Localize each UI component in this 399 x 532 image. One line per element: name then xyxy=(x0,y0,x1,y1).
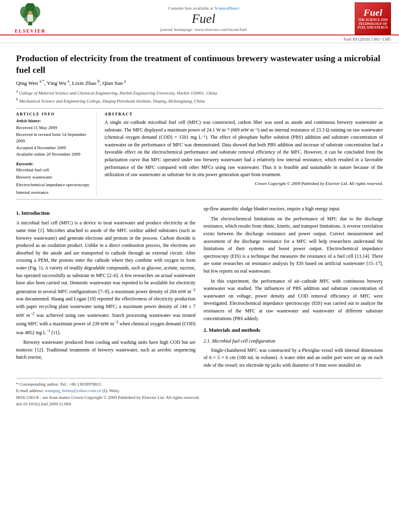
intro-para-2: Brewery wastewater produced from cooling… xyxy=(16,339,195,361)
revised-date: Received in revised form 14 September 20… xyxy=(16,131,90,144)
abstract-copyright: Crown Copyright © 2009 Published by Else… xyxy=(105,181,383,186)
keywords-label: Keywords: xyxy=(16,162,90,166)
email-link[interactable]: wenqing_hrbeu@yahoo.com.cn xyxy=(45,388,101,393)
methods-sub-heading: 2.1. Microbial fuel cell configuration xyxy=(204,337,383,345)
email-label: E-mail address: xyxy=(16,388,44,393)
body-col-right: up-flow anaerobic sludge blanket reactor… xyxy=(204,205,383,371)
keywords-list: Microbial fuel cell Brewery wastewater E… xyxy=(16,166,90,196)
intro-heading: 1. Introduction xyxy=(16,209,195,217)
sciencedirect-link[interactable]: ScienceDirect xyxy=(214,6,239,10)
fuel-logo-sub: THE SCIENCE ANDTECHNOLOGY OFFUEL AND ENE… xyxy=(358,18,388,30)
corresponding-author: * Corresponding author. Tel.: +86 130399… xyxy=(16,381,383,388)
authors-line: Qing Wen a,*, Ying Wu a, Lixin Zhao b, Q… xyxy=(16,79,383,86)
journal-title: Fuel xyxy=(52,11,355,26)
footnotes: * Corresponding author. Tel.: +86 130399… xyxy=(16,378,383,407)
keyword-4: Internal resistance xyxy=(16,189,90,196)
accepted-date: Accepted 4 November 2009 xyxy=(16,144,90,151)
abstract-text: A single air–cathode microbial fuel cell… xyxy=(105,119,383,179)
journal-header: ELSEVIER Contents lists available at Sci… xyxy=(0,0,399,35)
keyword-1: Microbial fuel cell xyxy=(16,166,90,174)
divider-1 xyxy=(16,108,383,109)
elsevier-logo: ELSEVIER xyxy=(8,3,52,34)
affiliations: a College of Material Science and Chemic… xyxy=(16,88,383,104)
journal-homepage: journal homepage: www.elsevier.com/locat… xyxy=(52,27,355,32)
article-info-heading: ARTICLE INFO xyxy=(16,112,90,116)
fuel-logo-box: Fuel THE SCIENCE ANDTECHNOLOGY OFFUEL AN… xyxy=(355,2,391,35)
history-label: Article history: xyxy=(16,119,90,123)
abstract-heading: ABSTRACT xyxy=(105,112,383,116)
svg-rect-5 xyxy=(27,14,33,22)
keyword-2: Brewery wastewater xyxy=(16,173,90,181)
right-para-1: up-flow anaerobic sludge blanket reactor… xyxy=(204,205,383,213)
paper-title: Production of electricity from the treat… xyxy=(16,53,383,76)
body-columns: 1. Introduction A microbial fuel cell (M… xyxy=(16,205,383,371)
keyword-3: Electrochemical impedance spectroscopy xyxy=(16,181,90,189)
methods-heading: 2. Materials and methods xyxy=(204,326,383,334)
intro-para-1: A microbial fuel cell (MFC) is a device … xyxy=(16,219,195,336)
citation-line: Fuel 89 (2010) 1381–1385 xyxy=(0,35,399,43)
issn-line: 0016-2361/$ - see front matter Crown Cop… xyxy=(16,394,383,401)
fuel-logo-text: Fuel xyxy=(364,7,383,18)
methods-para-1: Single-chambered MFC was constructed by … xyxy=(204,347,383,369)
online-date: Available online 20 November 2009 xyxy=(16,151,90,158)
sciencedirect-line: Contents lists available at ScienceDirec… xyxy=(52,6,355,10)
received-date: Received 11 May 2009 xyxy=(16,124,90,131)
contents-label: Contents lists available at xyxy=(168,6,213,10)
elsevier-wordmark: ELSEVIER xyxy=(15,28,46,34)
doi-line: doi:10.1016/j.fuel.2009.11.004 xyxy=(16,401,383,407)
svg-point-6 xyxy=(28,11,32,15)
keywords-section: Keywords: Microbial fuel cell Brewery wa… xyxy=(16,162,90,196)
history-dates: Received 11 May 2009 Received in revised… xyxy=(16,124,90,158)
article-columns: ARTICLE INFO Article history: Received 1… xyxy=(16,112,383,196)
article-info: ARTICLE INFO Article history: Received 1… xyxy=(16,112,97,196)
right-para-3: In this experiment, the performance of a… xyxy=(204,277,383,322)
divider-2 xyxy=(16,199,383,199)
abstract-col: ABSTRACT A single air–cathode microbial … xyxy=(105,112,383,196)
right-para-2: The electrochemical limitations on the p… xyxy=(204,215,383,275)
email-line: E-mail address: wenqing_hrbeu@yahoo.com.… xyxy=(16,387,383,394)
elsevier-tree-icon xyxy=(16,3,44,27)
email-suffix: (Q. Wen). xyxy=(103,388,120,393)
journal-center: Contents lists available at ScienceDirec… xyxy=(52,6,355,32)
body-col-left: 1. Introduction A microbial fuel cell (M… xyxy=(16,205,195,371)
main-content: Production of electricity from the treat… xyxy=(0,43,399,415)
